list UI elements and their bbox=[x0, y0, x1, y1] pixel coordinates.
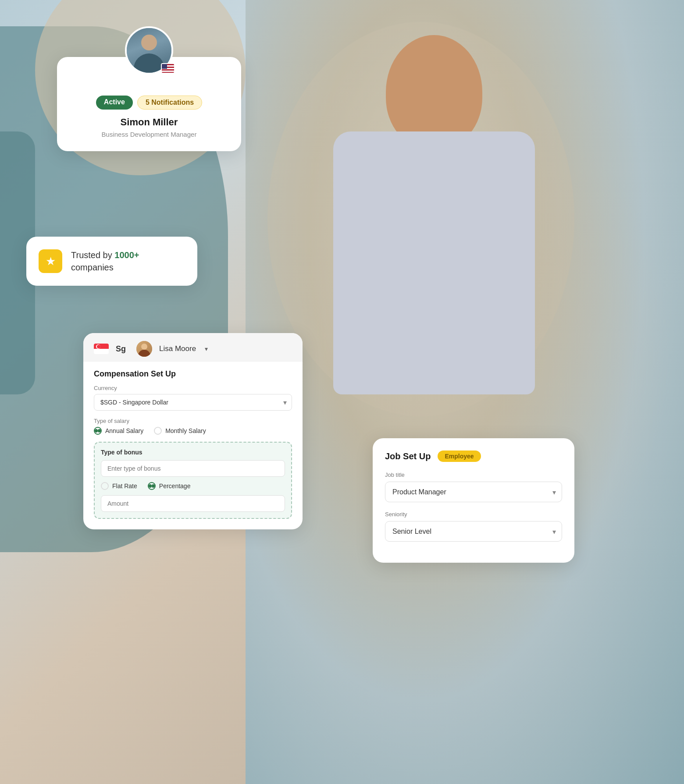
flag-crescent bbox=[96, 344, 100, 349]
cards-layer: Active 5 Notifications Simon Miller Busi… bbox=[0, 0, 684, 784]
user-avatar-inner bbox=[136, 341, 152, 357]
annual-salary-label: Annual Salary bbox=[105, 427, 143, 434]
flat-rate-option[interactable]: Flat Rate bbox=[101, 482, 137, 490]
bonus-section-title: Type of bonus bbox=[101, 449, 285, 456]
profile-job-title: Business Development Manager bbox=[70, 131, 228, 138]
trusted-count: 1000+ bbox=[114, 250, 139, 260]
profile-name: Simon Miller bbox=[70, 117, 228, 128]
seniority-select-wrapper: Senior Level Junior Level Mid Level Lead… bbox=[385, 521, 562, 542]
compensation-card: Sg Lisa Moore ▾ Compensation Set Up Curr… bbox=[83, 333, 303, 529]
radio-dot-2 bbox=[149, 484, 152, 488]
percentage-option[interactable]: Percentage bbox=[148, 482, 191, 490]
notifications-badge: 5 Notifications bbox=[137, 96, 202, 110]
job-setup-title: Job Set Up bbox=[385, 451, 431, 461]
profile-badges: Active 5 Notifications bbox=[70, 96, 228, 110]
star-symbol: ★ bbox=[46, 255, 56, 268]
flat-rate-radio[interactable] bbox=[101, 482, 109, 490]
monthly-salary-radio[interactable] bbox=[154, 427, 162, 435]
salary-type-label: Type of salary bbox=[94, 418, 292, 424]
percentage-label: Percentage bbox=[159, 482, 191, 490]
country-code-label: Sg bbox=[116, 344, 126, 354]
employee-badge: Employee bbox=[438, 451, 481, 462]
annual-salary-option[interactable]: Annual Salary bbox=[94, 427, 143, 435]
compensation-header: Sg Lisa Moore ▾ bbox=[83, 333, 303, 362]
currency-select[interactable]: $SGD - Singapore Dollar bbox=[94, 394, 292, 411]
bonus-amount-input[interactable] bbox=[101, 495, 285, 512]
radio-dot bbox=[95, 429, 98, 433]
trusted-card: ★ Trusted by 1000+ companies bbox=[26, 237, 197, 286]
currency-select-wrapper: $SGD - Singapore Dollar ▾ bbox=[94, 394, 292, 411]
singapore-flag bbox=[94, 344, 109, 354]
annual-salary-radio[interactable] bbox=[94, 427, 102, 435]
currency-field-label: Currency bbox=[94, 385, 292, 391]
user-dropdown-chevron[interactable]: ▾ bbox=[205, 345, 208, 352]
profile-card: Active 5 Notifications Simon Miller Busi… bbox=[57, 57, 241, 151]
flag-canton bbox=[162, 64, 167, 69]
monthly-salary-label: Monthly Salary bbox=[165, 427, 206, 434]
profile-avatar-wrapper bbox=[125, 26, 173, 74]
job-setup-card: Job Set Up Employee Job title Product Ma… bbox=[373, 438, 574, 563]
user-avatar-small bbox=[136, 341, 152, 357]
active-badge: Active bbox=[96, 96, 133, 110]
flag-white bbox=[94, 349, 109, 354]
bonus-rate-radio-group: Flat Rate Percentage bbox=[101, 482, 285, 490]
trusted-before: Trusted by bbox=[71, 250, 114, 260]
seniority-field-label: Seniority bbox=[385, 511, 562, 518]
flat-rate-label: Flat Rate bbox=[112, 482, 137, 490]
trusted-text: Trusted by 1000+ companies bbox=[71, 249, 139, 273]
compensation-body: Compensation Set Up Currency $SGD - Sing… bbox=[83, 362, 303, 519]
trusted-after: companies bbox=[71, 263, 114, 272]
monthly-salary-option[interactable]: Monthly Salary bbox=[154, 427, 206, 435]
job-title-select-wrapper: Product Manager Software Engineer Design… bbox=[385, 482, 562, 502]
bonus-section: Type of bonus Flat Rate Percentage bbox=[94, 442, 292, 519]
percentage-radio[interactable] bbox=[148, 482, 156, 490]
job-title-select[interactable]: Product Manager Software Engineer Design… bbox=[385, 482, 562, 502]
country-flag-badge bbox=[161, 63, 175, 74]
user-name-label: Lisa Moore bbox=[159, 344, 196, 353]
job-title-field-label: Job title bbox=[385, 472, 562, 478]
salary-type-radio-group: Annual Salary Monthly Salary bbox=[94, 427, 292, 435]
job-card-header: Job Set Up Employee bbox=[385, 451, 562, 462]
seniority-select[interactable]: Senior Level Junior Level Mid Level Lead bbox=[385, 521, 562, 542]
bookmark-icon: ★ bbox=[39, 249, 62, 273]
compensation-section-title: Compensation Set Up bbox=[94, 369, 292, 379]
bonus-type-input[interactable] bbox=[101, 460, 285, 477]
